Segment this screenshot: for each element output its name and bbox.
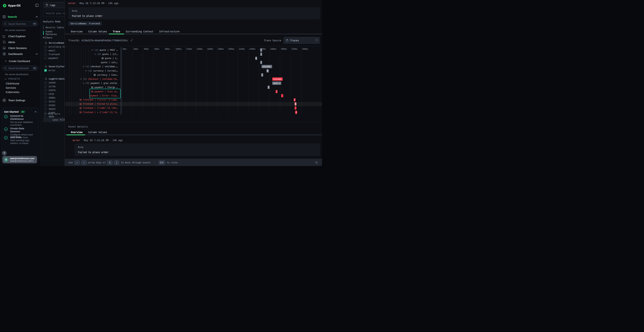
search-icon[interactable] xyxy=(45,78,47,80)
trace-tree-row[interactable]: frontend | {"error":{"code… xyxy=(65,98,118,102)
filter-option-21734[interactable]: 21734 xyxy=(44,85,56,88)
tab-trace[interactable]: Trace xyxy=(113,30,120,33)
analysis-mode-event-patterns[interactable]: Event Patterns xyxy=(43,30,64,36)
event-details-tab-column-values[interactable]: Column Values xyxy=(88,131,107,134)
analysis-mode-results-table[interactable]: Results Table xyxy=(43,26,64,29)
sidebar-item-alerts[interactable]: Alerts xyxy=(0,39,40,45)
chevron-down-icon[interactable] xyxy=(83,83,84,84)
sidebar-section-search[interactable]: Search xyxy=(0,13,40,20)
checkbox[interactable] xyxy=(44,46,47,48)
filter-option-payment[interactable]: payment xyxy=(44,57,58,60)
filter-option-19350[interactable]: 19350 xyxy=(44,82,56,84)
filter-option-artillery-loadgen[interactable]: artillery-loadgen xyxy=(44,46,64,48)
get-started-item[interactable]: Connect to ClickHouseSet up your databas… xyxy=(4,114,37,126)
source-select-button[interactable]: Logs xyxy=(44,2,64,8)
trace-source-select[interactable]: Traces xyxy=(284,37,320,44)
sidebar-preset-kubernetes[interactable]: Kubernetes xyxy=(6,90,20,94)
trace-tree-row[interactable]: (3)payment | grpc.oteld… xyxy=(65,81,118,85)
checkbox[interactable] xyxy=(44,104,47,106)
filter-option-29081[interactable]: 29081 xyxy=(44,96,56,99)
trace-tree-row[interactable]: (1)checkout | oteldemo.Pa… xyxy=(65,77,118,81)
trace-tree-row[interactable]: payment | Error: Visa… xyxy=(65,94,118,98)
event-details-tab-overview[interactable]: Overview xyxy=(71,131,82,134)
filter-option-error[interactable]: error xyxy=(44,69,56,72)
checkbox[interactable] xyxy=(44,93,47,95)
span-bar[interactable] xyxy=(260,52,262,56)
waterfall-divider-scrollbar[interactable] xyxy=(121,47,121,114)
sidebar-preset-clickhouse[interactable]: ClickHouse xyxy=(6,82,19,85)
span-bar[interactable] xyxy=(276,90,278,93)
chevron-down-icon[interactable] xyxy=(80,78,82,80)
filter-option-email[interactable]: email xyxy=(44,49,56,52)
edit-trace-id-icon[interactable] xyxy=(130,39,133,42)
sidebar-collapse-icon[interactable] xyxy=(35,4,39,8)
event-search-input[interactable] xyxy=(44,10,64,16)
trace-tree-row[interactable]: frontend | Failed to place… xyxy=(65,102,118,106)
checkbox[interactable] xyxy=(44,85,47,88)
service-name-tag[interactable]: ServiceName: frontend xyxy=(68,22,102,26)
trace-tree-row[interactable]: payment | Visa ca… xyxy=(65,90,118,94)
sidebar-item-team-settings[interactable]: Team Settings xyxy=(2,98,25,102)
tab-surrounding-context[interactable]: Surrounding Context xyxy=(126,30,153,33)
checkbox[interactable] xyxy=(44,49,47,52)
tab-infrastructure[interactable]: Infrastructure xyxy=(159,30,180,33)
trace-tree-row[interactable]: (2)quote | {cl… xyxy=(65,52,118,56)
trace-tree-row[interactable]: (1)currency | Currenc… xyxy=(65,69,118,73)
checkbox[interactable] xyxy=(44,96,47,99)
less-filters-button[interactable]: Less filters xyxy=(43,117,64,122)
show-more-toggle[interactable]: Show more xyxy=(44,112,60,115)
get-started-item[interactable]: Add DataStart sending logs, metrics, or … xyxy=(4,136,37,145)
filter-option-22974[interactable]: 22974 xyxy=(44,89,56,92)
trace-tree-row[interactable]: currency | Conv… xyxy=(65,73,118,77)
checkbox[interactable] xyxy=(44,108,47,110)
filter-option-frontend[interactable]: frontend xyxy=(44,53,60,56)
saved-dashboards-input[interactable]: ⌘K xyxy=(2,66,38,71)
checkbox-checked[interactable] xyxy=(44,69,47,72)
span-bar[interactable] xyxy=(295,111,297,114)
checkbox[interactable] xyxy=(44,57,47,60)
presets-toggle[interactable]: PRESETS xyxy=(5,78,20,80)
span-bar[interactable] xyxy=(281,94,283,97)
span-bar[interactable]: oteldem xyxy=(272,78,282,81)
trace-tree-row[interactable]: frontend | {"code":13,"det… xyxy=(65,106,118,110)
event-search-field[interactable] xyxy=(46,12,64,15)
span-bar[interactable] xyxy=(260,48,262,52)
saved-dashboards-field[interactable] xyxy=(8,67,31,70)
trace-tree-row[interactable]: frontend | × {"code":13,"d… xyxy=(65,110,118,114)
saved-searches-input[interactable]: ⌘K xyxy=(2,21,38,26)
span-bar[interactable] xyxy=(295,106,296,110)
sidebar-item-chart-explorer[interactable]: Chart Explorer xyxy=(0,33,40,39)
filter-option-32311[interactable]: 32311 xyxy=(44,100,56,103)
trace-tree-row[interactable]: quote | C… xyxy=(65,56,118,60)
help-button[interactable]: ? xyxy=(2,151,6,156)
chevron-down-icon[interactable] xyxy=(94,54,96,55)
chevron-down-icon[interactable] xyxy=(85,70,87,71)
span-bar[interactable] xyxy=(295,102,296,106)
saved-searches-field[interactable] xyxy=(8,22,31,26)
trace-tree-row[interactable]: payment | Charge … xyxy=(65,85,118,90)
tab-overview[interactable]: Overview xyxy=(71,30,82,33)
search-icon[interactable] xyxy=(45,65,47,68)
filter-option-33261[interactable]: 33261 xyxy=(44,104,56,106)
trace-tree-row[interactable]: (1)checkout | oteldemo.… xyxy=(65,64,118,69)
sidebar-preset-services[interactable]: Services xyxy=(6,86,16,89)
span-bar[interactable] xyxy=(261,73,263,76)
checkbox[interactable] xyxy=(44,82,47,84)
close-icon[interactable] xyxy=(315,161,318,164)
get-started-header[interactable]: Get Started 3/3 xyxy=(4,110,37,113)
span-bar[interactable]: oteldem xyxy=(262,65,272,68)
user-menu[interactable]: D dale@clickhouse.com dale@clickhouse.co… xyxy=(2,156,37,163)
create-dashboard-button[interactable]: + Create Dashboard xyxy=(5,60,30,63)
checkbox[interactable] xyxy=(44,53,47,56)
trace-tree-row[interactable]: quote | calc… xyxy=(65,60,118,64)
trace-tree-row[interactable]: (1)quote | POST … xyxy=(65,48,118,52)
span-bar[interactable]: grpc.o xyxy=(272,82,281,85)
checkbox[interactable] xyxy=(44,100,47,103)
span-bar[interactable] xyxy=(294,98,296,102)
tab-column-values[interactable]: Column Values xyxy=(88,30,107,33)
search-icon[interactable] xyxy=(45,42,47,44)
sidebar-item-client-sessions[interactable]: Client Sessions xyxy=(0,45,40,51)
checkbox[interactable] xyxy=(44,89,47,92)
filter-option-34423[interactable]: 34423 xyxy=(44,108,56,110)
chevron-down-icon[interactable] xyxy=(83,66,84,67)
